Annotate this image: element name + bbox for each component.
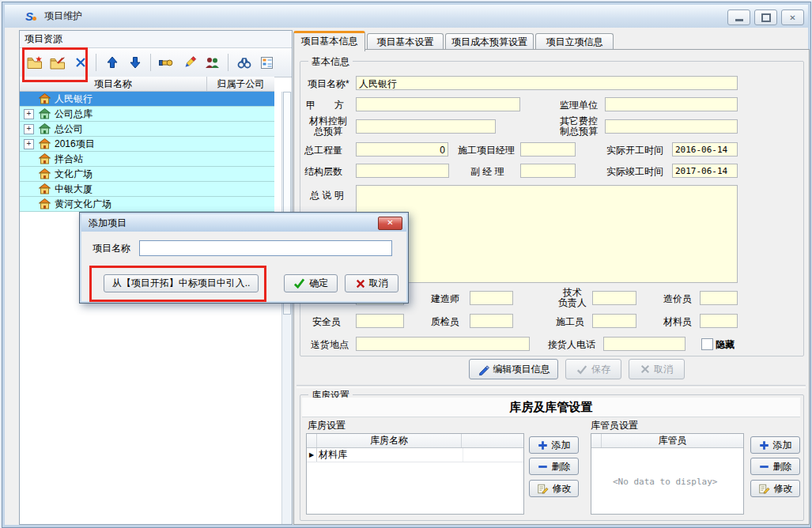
deputy-manager-input[interactable] xyxy=(520,164,576,178)
keeper-remove-button[interactable]: 删除 xyxy=(750,458,800,475)
add-folder-icon[interactable] xyxy=(25,52,44,73)
dialog-import-button[interactable]: 从【项目开拓】中标项目中引入.. xyxy=(104,274,259,292)
delivery-address-input[interactable] xyxy=(356,337,530,351)
save-button[interactable]: 保存 xyxy=(565,359,621,379)
summary-textarea[interactable] xyxy=(356,185,738,283)
search-binoculars-icon[interactable] xyxy=(234,52,254,73)
delete-node-icon[interactable] xyxy=(70,52,90,73)
warehouse-modify-button[interactable]: 修改 xyxy=(529,480,579,497)
builder-input[interactable] xyxy=(470,291,513,305)
minus-icon xyxy=(538,462,548,472)
pencil-icon xyxy=(478,364,489,375)
tab-project-basic-info[interactable]: 项目基本信息 xyxy=(293,31,365,51)
edit-pencil-icon[interactable] xyxy=(179,52,199,73)
close-button[interactable]: ✕ xyxy=(781,9,804,25)
deputy-manager-label: 副 经 理 xyxy=(470,167,504,177)
tree-item[interactable]: +总公司 xyxy=(20,122,274,137)
receiver-phone-label: 接货人电话 xyxy=(548,340,595,350)
tab-project-basic-settings[interactable]: 项目基本设置 xyxy=(367,33,444,50)
warehouse-remove-button[interactable]: 删除 xyxy=(529,458,579,475)
construction-manager-label: 施工项目经理 xyxy=(458,145,515,156)
actual-start-label: 实际开工时间 xyxy=(606,145,663,156)
construction-worker-input[interactable] xyxy=(592,314,636,328)
hide-checkbox[interactable] xyxy=(701,338,713,350)
modify-note-icon xyxy=(537,483,549,495)
tree-item[interactable]: 中银大厦 xyxy=(20,182,274,197)
expander-plus-icon[interactable]: + xyxy=(24,109,34,119)
tree-item-label: 文化广场 xyxy=(55,168,93,181)
warehouse-table-header: 库房名称 xyxy=(307,434,523,448)
dialog-name-label: 项目名称 xyxy=(93,243,130,254)
receiver-phone-input[interactable] xyxy=(603,337,685,351)
plus-icon xyxy=(759,440,769,451)
detail-list-icon[interactable] xyxy=(257,52,277,73)
column-header-subsidiary[interactable]: 归属子公司 xyxy=(207,77,274,91)
project-name-label: 项目名称* xyxy=(308,79,349,89)
screen: S 项目维护 ✕ 项目资源 xyxy=(0,0,812,528)
construction-worker-label: 施工员 xyxy=(556,317,584,327)
tree-item-label: 总公司 xyxy=(55,123,83,136)
dialog-name-input[interactable] xyxy=(139,240,392,256)
tree-item-label: 拌合站 xyxy=(55,153,83,166)
quality-inspector-input[interactable] xyxy=(470,314,513,328)
x-icon xyxy=(640,364,650,374)
tree-item-label: 黄河文化广场 xyxy=(55,198,111,211)
construction-manager-input[interactable] xyxy=(520,142,576,157)
warehouse-add-button[interactable]: 添加 xyxy=(529,436,579,454)
tree-item[interactable]: 人民银行 xyxy=(20,92,274,107)
actual-end-input[interactable]: 2017-06-14 xyxy=(672,164,738,178)
expander-plus-icon[interactable]: + xyxy=(24,139,34,149)
summary-label: 总 说 明 xyxy=(310,190,344,201)
structure-layers-label: 结构层数 xyxy=(304,167,342,177)
section-divider xyxy=(296,385,806,388)
project-name-input[interactable]: 人民银行 xyxy=(356,76,738,90)
table-row[interactable]: ▶ 材料库 xyxy=(307,448,523,462)
structure-layers-input[interactable] xyxy=(356,164,449,178)
safety-officer-input[interactable] xyxy=(356,314,404,328)
red-x-icon xyxy=(356,279,365,289)
total-quantity-input[interactable]: 0 xyxy=(356,142,448,157)
tree-scrollbar[interactable] xyxy=(281,92,292,524)
dialog-close-button[interactable]: ✕ xyxy=(378,217,402,230)
move-up-icon[interactable] xyxy=(102,52,122,73)
material-clerk-input[interactable] xyxy=(700,314,738,328)
party-a-input[interactable] xyxy=(356,97,520,111)
edit-project-info-button[interactable]: 编辑项目信息 xyxy=(469,359,558,379)
expander-plus-icon[interactable]: + xyxy=(24,124,34,134)
move-down-icon[interactable] xyxy=(125,52,145,73)
warehouse-right-label: 库管员设置 xyxy=(591,421,638,431)
edit-folder-icon[interactable] xyxy=(47,52,67,73)
warehouse-left-label: 库房设置 xyxy=(308,421,346,431)
actual-start-input[interactable]: 2016-06-14 xyxy=(672,142,738,157)
keeper-add-button[interactable]: 添加 xyxy=(750,436,800,454)
column-header-project-name[interactable]: 项目名称 xyxy=(20,77,207,91)
tab-project-cost-budget[interactable]: 项目成本预算设置 xyxy=(445,33,534,50)
material-budget-input[interactable] xyxy=(356,119,496,134)
restore-button[interactable] xyxy=(754,9,777,25)
modify-note-icon xyxy=(758,483,770,495)
tree-item[interactable]: 拌合站 xyxy=(20,152,274,167)
supervisor-unit-label: 监理单位 xyxy=(560,100,598,111)
warehouse-name-column[interactable]: 库房名称 xyxy=(317,434,462,447)
supervisor-unit-input[interactable] xyxy=(605,97,738,111)
cancel-button[interactable]: 取消 xyxy=(629,359,685,379)
house-icon xyxy=(39,153,51,164)
tree-item[interactable]: +公司总库 xyxy=(20,107,274,122)
tree-item[interactable]: 黄河文化广场 xyxy=(20,197,274,212)
warehouse-table: 库房名称 ▶ 材料库 xyxy=(306,433,524,515)
users-icon[interactable] xyxy=(202,52,222,73)
other-budget-input[interactable] xyxy=(605,119,738,134)
tab-project-approval-info[interactable]: 项目立项信息 xyxy=(535,33,614,50)
dialog-cancel-button[interactable]: 取消 xyxy=(345,274,398,292)
tech-lead-input[interactable] xyxy=(592,291,636,305)
tree-item[interactable]: +2016项目 xyxy=(20,137,274,152)
assign-hand-icon[interactable] xyxy=(157,52,176,73)
keeper-modify-button[interactable]: 修改 xyxy=(750,480,800,497)
minimize-button[interactable] xyxy=(727,9,750,25)
house-icon xyxy=(39,168,51,179)
keeper-column[interactable]: 库管员 xyxy=(602,434,743,447)
tree-item[interactable]: 文化广场 xyxy=(20,167,274,182)
tree-item-label: 公司总库 xyxy=(55,107,93,121)
cost-estimator-input[interactable] xyxy=(700,291,738,305)
dialog-ok-button[interactable]: 确定 xyxy=(284,274,338,292)
